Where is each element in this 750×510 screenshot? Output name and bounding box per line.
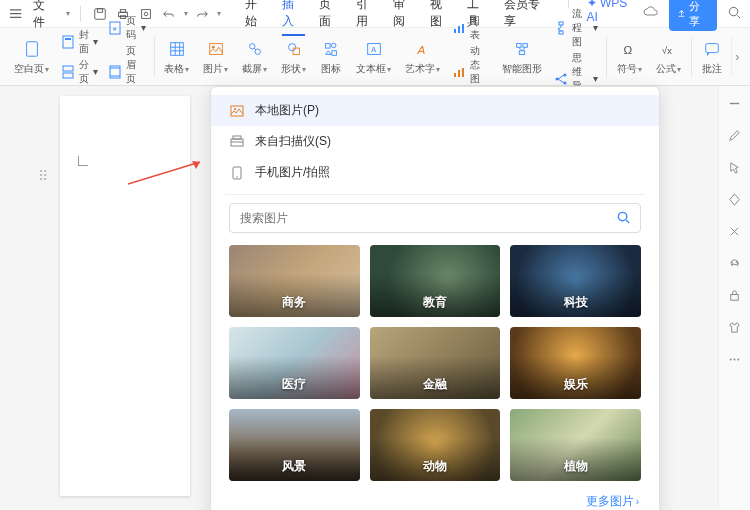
wordart-button[interactable]: A 艺术字▾	[399, 36, 446, 78]
comment-button[interactable]: 批注	[695, 36, 729, 78]
minus-icon[interactable]	[726, 94, 744, 112]
ribbon: 空白页▾ 封面▾ 分页▾ #页码▾ 页眉页脚 表格▾ 图片▾ 截屏▾ 形状▾ 图…	[0, 28, 750, 86]
svg-point-7	[729, 7, 737, 15]
textbox-icon: A	[363, 38, 385, 60]
undo-icon[interactable]	[160, 5, 177, 23]
category-finance[interactable]: 金融	[370, 327, 501, 399]
category-landscape[interactable]: 风景	[229, 409, 360, 481]
scanner-icon	[229, 134, 245, 150]
document-page[interactable]	[60, 96, 190, 496]
separator	[691, 37, 692, 77]
comment-icon	[701, 38, 723, 60]
svg-point-70	[734, 358, 736, 360]
image-search	[229, 203, 641, 233]
page-number-icon: #	[108, 21, 122, 35]
category-animal[interactable]: 动物	[370, 409, 501, 481]
textbox-button[interactable]: A 文本框▾	[350, 36, 397, 78]
shape-button[interactable]: 形状▾	[275, 36, 312, 78]
refresh-icon[interactable]	[726, 254, 744, 272]
page-break-icon	[61, 65, 75, 79]
svg-marker-58	[192, 161, 200, 169]
svg-text:A: A	[371, 44, 376, 53]
screenshot-button[interactable]: 截屏▾	[236, 36, 273, 78]
file-menu[interactable]: 文件	[29, 0, 60, 33]
file-menu-chevron-icon: ▾	[66, 9, 70, 18]
more-images-link[interactable]: 更多图片›	[211, 481, 659, 510]
category-business[interactable]: 商务	[229, 245, 360, 317]
svg-rect-18	[171, 42, 184, 55]
undo-chevron-icon[interactable]: ▾	[184, 9, 188, 18]
flowchart-button[interactable]: 流程图▾	[554, 7, 598, 49]
symbol-icon: Ω	[618, 38, 640, 60]
svg-text:#: #	[113, 26, 117, 32]
tab-member[interactable]: 会员专享	[504, 0, 550, 36]
cover-button[interactable]: 封面▾	[61, 28, 98, 56]
shape-icon	[283, 38, 305, 60]
symbol-button[interactable]: Ω 符号▾	[611, 36, 648, 78]
more-icon[interactable]	[726, 350, 744, 368]
tab-review[interactable]: 审阅	[393, 0, 416, 36]
category-medical[interactable]: 医疗	[229, 327, 360, 399]
tab-page[interactable]: 页面	[319, 0, 342, 36]
search-icon[interactable]	[727, 5, 742, 23]
category-entertain[interactable]: 娱乐	[510, 327, 641, 399]
tools-icon[interactable]	[726, 222, 744, 240]
local-image-item[interactable]: 本地图片(P)	[211, 95, 659, 126]
svg-point-31	[332, 43, 337, 48]
picture-button[interactable]: 图片▾	[197, 36, 234, 78]
page-margin-indicator	[78, 156, 88, 166]
ribbon-more-button[interactable]: ›	[731, 37, 742, 77]
dropdown-separator	[225, 194, 645, 195]
svg-rect-37	[458, 26, 460, 33]
scanner-label: 来自扫描仪(S)	[255, 133, 331, 150]
svg-rect-68	[731, 294, 739, 300]
hamburger-icon[interactable]	[8, 6, 23, 22]
drag-handle-icon[interactable]	[38, 168, 50, 184]
menubar-right: 分享	[643, 0, 742, 31]
picture-icon	[205, 38, 227, 60]
svg-point-24	[212, 45, 215, 48]
svg-point-71	[737, 358, 739, 360]
tab-start[interactable]: 开始	[245, 0, 268, 36]
svg-rect-9	[63, 36, 73, 48]
smart-shape-button[interactable]: 智能图形	[496, 36, 548, 78]
from-scanner-item[interactable]: 来自扫描仪(S)	[211, 126, 659, 157]
image-search-input[interactable]	[229, 203, 641, 233]
icon-icon	[320, 38, 342, 60]
tshirt-icon[interactable]	[726, 318, 744, 336]
screenshot-icon	[244, 38, 266, 60]
svg-text:√x: √x	[662, 44, 672, 55]
category-tech[interactable]: 科技	[510, 245, 641, 317]
picture-dropdown: 本地图片(P) 来自扫描仪(S) 手机图片/拍照 商务 教育 科技 医疗 金融	[210, 86, 660, 510]
diamond-icon[interactable]	[726, 190, 744, 208]
svg-rect-29	[293, 48, 299, 54]
cloud-icon[interactable]	[643, 4, 659, 23]
page-number-button[interactable]: #页码▾	[108, 14, 146, 42]
redo-icon[interactable]	[194, 5, 211, 23]
svg-rect-36	[454, 29, 456, 33]
image-category-gallery: 商务 教育 科技 医疗 金融 娱乐 风景 动物 植物	[211, 245, 659, 481]
page-break-button[interactable]: 分页▾	[61, 58, 98, 86]
tab-reference[interactable]: 引用	[356, 0, 379, 36]
phone-photo-item[interactable]: 手机图片/拍照	[211, 157, 659, 188]
share-button[interactable]: 分享	[669, 0, 717, 31]
icon-button[interactable]: 图标	[314, 36, 348, 78]
tab-insert[interactable]: 插入	[282, 0, 305, 36]
svg-point-65	[236, 176, 238, 178]
lock-icon[interactable]	[726, 286, 744, 304]
cover-icon	[61, 35, 75, 49]
chart-button[interactable]: 图表	[452, 14, 490, 42]
equation-button[interactable]: √x 公式▾	[650, 36, 687, 78]
svg-line-46	[522, 47, 526, 51]
svg-line-52	[558, 75, 564, 79]
category-plant[interactable]: 植物	[510, 409, 641, 481]
blank-page-button[interactable]: 空白页▾	[8, 36, 55, 78]
pencil-icon[interactable]	[726, 126, 744, 144]
table-button[interactable]: 表格▾	[158, 36, 195, 78]
search-icon[interactable]	[616, 210, 631, 228]
redo-chevron-icon[interactable]: ▾	[217, 9, 221, 18]
cursor-icon[interactable]	[726, 158, 744, 176]
blank-page-icon	[21, 38, 43, 60]
category-education[interactable]: 教育	[370, 245, 501, 317]
cover-pagebreak-stack: 封面▾ 分页▾	[57, 28, 102, 86]
